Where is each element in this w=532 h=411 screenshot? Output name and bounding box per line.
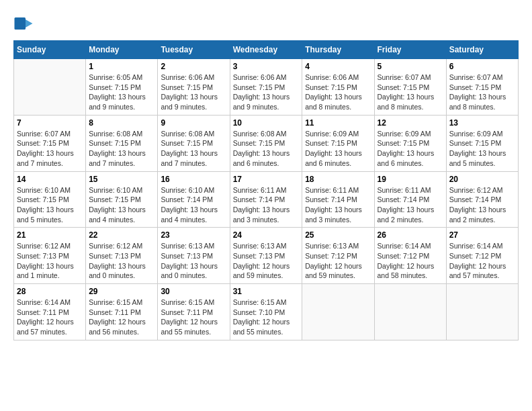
- calendar-cell: 17Sunrise: 6:11 AM Sunset: 7:14 PM Dayli…: [230, 171, 302, 228]
- day-number: 2: [161, 62, 226, 71]
- day-number: 24: [233, 230, 300, 240]
- calendar-table: SundayMondayTuesdayWednesdayThursdayFrid…: [13, 40, 519, 340]
- calendar-cell: 11Sunrise: 6:09 AM Sunset: 7:15 PM Dayli…: [302, 115, 374, 171]
- day-number: 28: [17, 287, 83, 296]
- day-info: Sunrise: 6:07 AM Sunset: 7:15 PM Dayligh…: [449, 73, 515, 112]
- day-number: 11: [305, 118, 371, 128]
- calendar-cell: 16Sunrise: 6:10 AM Sunset: 7:14 PM Dayli…: [158, 171, 230, 228]
- calendar-cell: 18Sunrise: 6:11 AM Sunset: 7:14 PM Dayli…: [302, 171, 374, 228]
- calendar-cell: 25Sunrise: 6:13 AM Sunset: 7:12 PM Dayli…: [302, 228, 374, 284]
- day-info: Sunrise: 6:08 AM Sunset: 7:15 PM Dayligh…: [233, 129, 300, 169]
- day-info: Sunrise: 6:07 AM Sunset: 7:15 PM Dayligh…: [17, 129, 83, 169]
- day-number: 6: [449, 62, 515, 71]
- weekday-header-friday: Friday: [374, 41, 446, 59]
- calendar-week-row: 7Sunrise: 6:07 AM Sunset: 7:15 PM Daylig…: [14, 115, 519, 171]
- day-number: 21: [17, 230, 83, 240]
- day-number: 19: [378, 175, 443, 184]
- page-header: [13, 13, 519, 34]
- day-info: Sunrise: 6:15 AM Sunset: 7:11 PM Dayligh…: [161, 298, 226, 337]
- day-info: Sunrise: 6:15 AM Sunset: 7:11 PM Dayligh…: [89, 298, 154, 337]
- calendar-cell: 24Sunrise: 6:13 AM Sunset: 7:13 PM Dayli…: [230, 228, 302, 284]
- calendar-cell: 13Sunrise: 6:09 AM Sunset: 7:15 PM Dayli…: [446, 115, 518, 171]
- day-info: Sunrise: 6:07 AM Sunset: 7:15 PM Dayligh…: [378, 73, 443, 112]
- day-number: 15: [89, 175, 154, 184]
- calendar-week-row: 1Sunrise: 6:05 AM Sunset: 7:15 PM Daylig…: [14, 59, 519, 116]
- calendar-cell: [14, 59, 86, 116]
- calendar-cell: 7Sunrise: 6:07 AM Sunset: 7:15 PM Daylig…: [14, 115, 86, 171]
- calendar-cell: 31Sunrise: 6:15 AM Sunset: 7:10 PM Dayli…: [230, 284, 302, 340]
- day-number: 3: [233, 62, 300, 71]
- day-number: 4: [305, 62, 371, 71]
- day-number: 5: [378, 62, 443, 71]
- day-number: 13: [449, 118, 515, 128]
- day-info: Sunrise: 6:09 AM Sunset: 7:15 PM Dayligh…: [449, 129, 515, 169]
- day-info: Sunrise: 6:05 AM Sunset: 7:15 PM Dayligh…: [89, 73, 154, 112]
- weekday-header-monday: Monday: [86, 41, 158, 59]
- day-info: Sunrise: 6:14 AM Sunset: 7:12 PM Dayligh…: [449, 241, 515, 281]
- calendar-cell: 28Sunrise: 6:14 AM Sunset: 7:11 PM Dayli…: [14, 284, 86, 340]
- day-info: Sunrise: 6:11 AM Sunset: 7:14 PM Dayligh…: [233, 185, 300, 225]
- calendar-week-row: 14Sunrise: 6:10 AM Sunset: 7:15 PM Dayli…: [14, 171, 519, 228]
- calendar-header-row: SundayMondayTuesdayWednesdayThursdayFrid…: [14, 41, 519, 59]
- calendar-cell: [302, 284, 374, 340]
- day-info: Sunrise: 6:13 AM Sunset: 7:13 PM Dayligh…: [161, 241, 226, 281]
- day-info: Sunrise: 6:10 AM Sunset: 7:15 PM Dayligh…: [89, 185, 154, 225]
- day-number: 26: [378, 230, 443, 240]
- calendar-cell: 29Sunrise: 6:15 AM Sunset: 7:11 PM Dayli…: [86, 284, 158, 340]
- day-number: 31: [233, 287, 300, 296]
- day-number: 22: [89, 230, 154, 240]
- day-info: Sunrise: 6:13 AM Sunset: 7:12 PM Dayligh…: [305, 241, 371, 281]
- calendar-cell: 30Sunrise: 6:15 AM Sunset: 7:11 PM Dayli…: [158, 284, 230, 340]
- day-info: Sunrise: 6:06 AM Sunset: 7:15 PM Dayligh…: [161, 73, 226, 112]
- day-number: 20: [449, 175, 515, 184]
- calendar-cell: 6Sunrise: 6:07 AM Sunset: 7:15 PM Daylig…: [446, 59, 518, 116]
- logo: [13, 13, 36, 34]
- day-info: Sunrise: 6:09 AM Sunset: 7:15 PM Dayligh…: [305, 129, 371, 169]
- day-info: Sunrise: 6:10 AM Sunset: 7:15 PM Dayligh…: [17, 185, 83, 225]
- day-number: 14: [17, 175, 83, 184]
- day-number: 12: [378, 118, 443, 128]
- calendar-week-row: 28Sunrise: 6:14 AM Sunset: 7:11 PM Dayli…: [14, 284, 519, 340]
- calendar-cell: 8Sunrise: 6:08 AM Sunset: 7:15 PM Daylig…: [86, 115, 158, 171]
- day-number: 29: [89, 287, 154, 296]
- svg-rect-0: [15, 17, 26, 30]
- calendar-cell: 2Sunrise: 6:06 AM Sunset: 7:15 PM Daylig…: [158, 59, 230, 116]
- day-info: Sunrise: 6:09 AM Sunset: 7:15 PM Dayligh…: [378, 129, 443, 169]
- day-number: 25: [305, 230, 371, 240]
- weekday-header-tuesday: Tuesday: [158, 41, 230, 59]
- day-info: Sunrise: 6:12 AM Sunset: 7:13 PM Dayligh…: [17, 241, 83, 281]
- calendar-cell: 21Sunrise: 6:12 AM Sunset: 7:13 PM Dayli…: [14, 228, 86, 284]
- calendar-cell: 3Sunrise: 6:06 AM Sunset: 7:15 PM Daylig…: [230, 59, 302, 116]
- calendar-cell: 22Sunrise: 6:12 AM Sunset: 7:13 PM Dayli…: [86, 228, 158, 284]
- day-info: Sunrise: 6:08 AM Sunset: 7:15 PM Dayligh…: [89, 129, 154, 169]
- calendar-cell: 10Sunrise: 6:08 AM Sunset: 7:15 PM Dayli…: [230, 115, 302, 171]
- calendar-cell: 12Sunrise: 6:09 AM Sunset: 7:15 PM Dayli…: [374, 115, 446, 171]
- calendar-cell: 26Sunrise: 6:14 AM Sunset: 7:12 PM Dayli…: [374, 228, 446, 284]
- calendar-cell: 19Sunrise: 6:11 AM Sunset: 7:14 PM Dayli…: [374, 171, 446, 228]
- day-info: Sunrise: 6:06 AM Sunset: 7:15 PM Dayligh…: [305, 73, 371, 112]
- svg-marker-1: [26, 19, 33, 28]
- calendar-cell: 15Sunrise: 6:10 AM Sunset: 7:15 PM Dayli…: [86, 171, 158, 228]
- day-info: Sunrise: 6:15 AM Sunset: 7:10 PM Dayligh…: [233, 298, 300, 337]
- weekday-header-sunday: Sunday: [14, 41, 86, 59]
- calendar-cell: 20Sunrise: 6:12 AM Sunset: 7:14 PM Dayli…: [446, 171, 518, 228]
- day-number: 18: [305, 175, 371, 184]
- day-number: 17: [233, 175, 300, 184]
- day-info: Sunrise: 6:13 AM Sunset: 7:13 PM Dayligh…: [233, 241, 300, 281]
- day-info: Sunrise: 6:10 AM Sunset: 7:14 PM Dayligh…: [161, 185, 226, 225]
- calendar-cell: 9Sunrise: 6:08 AM Sunset: 7:15 PM Daylig…: [158, 115, 230, 171]
- calendar-cell: 27Sunrise: 6:14 AM Sunset: 7:12 PM Dayli…: [446, 228, 518, 284]
- day-number: 7: [17, 118, 83, 128]
- day-info: Sunrise: 6:12 AM Sunset: 7:13 PM Dayligh…: [89, 241, 154, 281]
- day-number: 27: [449, 230, 515, 240]
- day-number: 23: [161, 230, 226, 240]
- calendar-cell: [374, 284, 446, 340]
- day-info: Sunrise: 6:14 AM Sunset: 7:12 PM Dayligh…: [378, 241, 443, 281]
- day-number: 30: [161, 287, 226, 296]
- day-number: 9: [161, 118, 226, 128]
- day-info: Sunrise: 6:11 AM Sunset: 7:14 PM Dayligh…: [378, 185, 443, 225]
- day-info: Sunrise: 6:11 AM Sunset: 7:14 PM Dayligh…: [305, 185, 371, 225]
- day-info: Sunrise: 6:08 AM Sunset: 7:15 PM Dayligh…: [161, 129, 226, 169]
- weekday-header-thursday: Thursday: [302, 41, 374, 59]
- logo-icon: [13, 13, 34, 34]
